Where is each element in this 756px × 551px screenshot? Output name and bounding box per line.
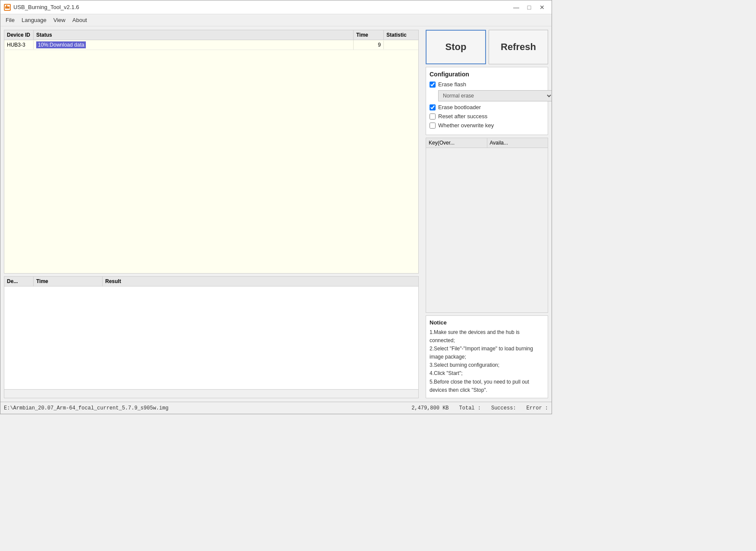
log-table: De... Time Result	[4, 276, 419, 398]
main-window: USB_Burning_Tool_v2.1.6 ― □ ✕ File Langu…	[0, 0, 552, 414]
notice-line-1: 2.Select "File"-"Import image" to load b…	[430, 346, 533, 360]
log-table-header: De... Time Result	[4, 277, 418, 287]
window-title: USB_Burning_Tool_v2.1.6	[13, 4, 510, 10]
log-col-time: Time	[34, 277, 103, 286]
cell-time: 9	[354, 41, 384, 49]
col-status: Status	[34, 30, 354, 40]
key-table-header: Key(Over... Availa...	[426, 138, 548, 148]
window-controls: ― □ ✕	[510, 2, 548, 13]
cell-device-id: HUB3-3	[4, 41, 34, 49]
config-title: Configuration	[430, 71, 544, 78]
refresh-button[interactable]: Refresh	[489, 30, 548, 64]
stop-button[interactable]: Stop	[426, 30, 486, 64]
title-bar: USB_Burning_Tool_v2.1.6 ― □ ✕	[0, 0, 552, 14]
table-row: HUB3-3 10%:Download data 9	[4, 40, 418, 50]
status-total: Total :	[459, 405, 481, 411]
key-col-avail: Availa...	[487, 138, 548, 148]
erase-flash-row: Erase flash	[430, 81, 544, 88]
overwrite-key-row: Whether overwrite key	[430, 122, 544, 129]
log-col-device: De...	[4, 277, 34, 286]
menu-about[interactable]: About	[69, 16, 91, 25]
notice-line-3: 4.Click "Start";	[430, 370, 463, 376]
device-table-body: HUB3-3 10%:Download data 9	[4, 40, 418, 273]
erase-bootloader-row: Erase bootloader	[430, 104, 544, 110]
menu-language[interactable]: Language	[18, 16, 50, 25]
menu-view[interactable]: View	[50, 16, 69, 25]
status-bar: E:\Armbian_20.07_Arm-64_focal_current_5.…	[0, 402, 552, 414]
right-panel: Stop Refresh Configuration Erase flash N…	[422, 26, 552, 402]
status-badge: 10%:Download data	[36, 41, 86, 48]
device-table-header: Device ID Status Time Statistic	[4, 30, 418, 40]
key-table-body	[426, 148, 548, 312]
reset-after-success-checkbox[interactable]	[430, 113, 436, 120]
col-time: Time	[354, 30, 384, 40]
notice-text: 1.Make sure the devices and the hub is c…	[430, 328, 544, 395]
erase-flash-checkbox[interactable]	[430, 82, 436, 88]
action-buttons: Stop Refresh	[426, 30, 548, 64]
notice-line-4: 5.Before close the tool, you need to pul…	[430, 379, 529, 393]
col-statistic: Statistic	[384, 30, 418, 40]
close-button[interactable]: ✕	[536, 2, 548, 13]
status-error: Error :	[527, 405, 548, 411]
device-table: Device ID Status Time Statistic HUB3-3 1…	[4, 30, 419, 274]
key-table: Key(Over... Availa...	[426, 138, 548, 313]
col-device-id: Device ID	[4, 30, 34, 40]
minimize-button[interactable]: ―	[510, 2, 522, 13]
cell-status: 10%:Download data	[34, 40, 354, 50]
status-success: Success:	[491, 405, 516, 411]
notice-line-0: 1.Make sure the devices and the hub is c…	[430, 329, 520, 343]
reset-after-success-label[interactable]: Reset after success	[438, 113, 487, 120]
erase-type-select[interactable]: Normal eraseFull erase	[438, 90, 552, 101]
key-col-key: Key(Over...	[426, 138, 487, 148]
notice-title: Notice	[430, 319, 544, 326]
reset-after-success-row: Reset after success	[430, 113, 544, 120]
content-area: Device ID Status Time Statistic HUB3-3 1…	[0, 26, 552, 402]
overwrite-key-label[interactable]: Whether overwrite key	[438, 122, 494, 129]
erase-bootloader-checkbox[interactable]	[430, 104, 436, 110]
svg-rect-2	[6, 5, 7, 6]
left-panel: Device ID Status Time Statistic HUB3-3 1…	[0, 26, 422, 402]
app-icon	[4, 4, 11, 11]
log-scrollbar[interactable]	[4, 389, 418, 398]
log-col-result: Result	[103, 277, 418, 286]
log-table-body	[4, 287, 418, 389]
status-size: 2,479,800 KB	[411, 405, 449, 411]
notice-line-2: 3.Select burning configuration;	[430, 362, 499, 368]
status-filename: E:\Armbian_20.07_Arm-64_focal_current_5.…	[4, 405, 401, 411]
notice-section: Notice 1.Make sure the devices and the h…	[426, 315, 548, 399]
menu-bar: File Language View About	[0, 14, 552, 26]
menu-file[interactable]: File	[2, 16, 18, 25]
svg-rect-1	[5, 6, 9, 9]
configuration-section: Configuration Erase flash Normal eraseFu…	[426, 67, 548, 135]
cell-statistic	[384, 44, 418, 46]
erase-flash-label[interactable]: Erase flash	[438, 81, 466, 88]
maximize-button[interactable]: □	[523, 2, 535, 13]
overwrite-key-checkbox[interactable]	[430, 123, 436, 129]
erase-bootloader-label[interactable]: Erase bootloader	[438, 104, 481, 110]
